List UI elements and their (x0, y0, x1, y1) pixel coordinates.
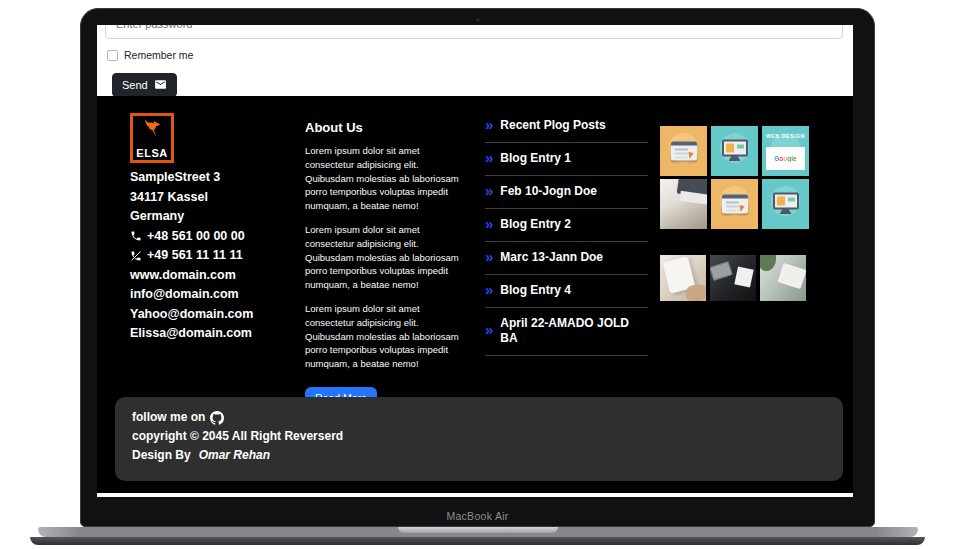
camera-icon (476, 18, 480, 22)
gallery-thumb-browser-orange[interactable] (711, 179, 758, 229)
designer-name: Omar Rehan (199, 446, 270, 465)
google-card: Google (766, 147, 805, 170)
elsa-logo[interactable]: ELSA (130, 113, 174, 163)
screen-content: Remember me Send (97, 25, 853, 497)
logo-text: ELSA (136, 147, 167, 159)
about-title: About Us (305, 120, 465, 135)
double-chevron-icon: » (485, 152, 493, 164)
gallery-thumb-dark-desk-photo[interactable] (710, 255, 756, 301)
blog-post-label: Marc 13-Jann Doe (500, 250, 603, 265)
gallery-grid: WEB DESIGN Google (660, 126, 810, 229)
remember-checkbox[interactable] (107, 50, 118, 61)
email-link[interactable]: Yahoo@domain.com (130, 305, 302, 325)
blog-post-label: Blog Entry 1 (500, 151, 571, 166)
follow-text: follow me on (132, 408, 205, 427)
blog-post-item[interactable]: » Blog Entry 4 (485, 275, 648, 308)
about-paragraph: Lorem ipsum dolor sit amet consectetur a… (305, 144, 465, 213)
email-link[interactable]: info@domain.com (130, 285, 302, 305)
monitor-icon (773, 193, 799, 210)
blog-post-item[interactable]: » Blog Entry 2 (485, 209, 648, 242)
copyright-bar: follow me on copyright © 2045 All Right … (115, 397, 843, 481)
email-link[interactable]: Elissa@domain.com (130, 324, 302, 344)
double-chevron-icon: » (485, 218, 493, 230)
blog-post-item[interactable]: » April 22-AMADO JOLD BA (485, 308, 648, 356)
gallery-thumb-web-design-card[interactable]: WEB DESIGN Google (762, 126, 809, 176)
gallery-thumb-workspace-photo[interactable] (660, 179, 707, 229)
envelope-icon (154, 78, 167, 91)
gallery-thumb-writing-photo[interactable] (660, 255, 706, 301)
recent-posts-title-label: Recent Plog Posts (500, 118, 605, 133)
web-design-label: WEB DESIGN (762, 133, 809, 139)
blog-post-label: Blog Entry 2 (500, 217, 571, 232)
phone-number: +49 561 11 11 11 (147, 246, 243, 266)
recent-posts-title: » Recent Plog Posts (485, 110, 648, 143)
double-chevron-icon: » (485, 251, 493, 263)
address-line: 34117 Kassel (130, 188, 302, 208)
gallery-photo-row (660, 255, 810, 301)
double-chevron-icon: » (485, 119, 493, 131)
gallery-thumb-plant-desk-photo[interactable] (760, 255, 806, 301)
phone-number: +48 561 00 00 00 (147, 227, 245, 247)
laptop-base (38, 527, 918, 537)
github-icon[interactable] (210, 411, 224, 425)
gallery-thumb-monitor-teal[interactable] (762, 179, 809, 229)
phone-row: +49 561 11 11 11 (130, 246, 302, 266)
blog-post-item[interactable]: » Blog Entry 1 (485, 143, 648, 176)
send-button[interactable]: Send (112, 73, 177, 97)
phone-row: +48 561 00 00 00 (130, 227, 302, 247)
google-logo: Google (774, 155, 796, 162)
blog-post-label: Blog Entry 4 (500, 283, 571, 298)
double-chevron-icon: » (485, 324, 493, 336)
address-line: SampleStreet 3 (130, 168, 302, 188)
password-input[interactable] (105, 25, 843, 39)
about-paragraph: Lorem ipsum dolor sit amet consectetur a… (305, 302, 465, 371)
remember-me-row[interactable]: Remember me (107, 49, 193, 61)
bird-icon (140, 117, 164, 147)
gallery-thumb-monitor-teal[interactable] (711, 126, 758, 176)
remember-label: Remember me (124, 49, 193, 61)
design-by-text: Design By (132, 446, 191, 465)
gallery-thumb-browser-orange[interactable] (660, 126, 707, 176)
double-chevron-icon: » (485, 284, 493, 296)
recent-posts-list: » Recent Plog Posts » Blog Entry 1 » Feb… (485, 110, 648, 356)
browser-window-icon (722, 195, 748, 214)
macbook-mockup: Remember me Send (0, 0, 955, 549)
copyright-text: copyright © 2045 All Right Reverserd (132, 427, 826, 446)
blog-post-item[interactable]: » Feb 10-Jogn Doe (485, 176, 648, 209)
browser-window-icon (671, 142, 697, 161)
contact-form-section: Remember me Send (97, 25, 853, 96)
address-line: Germany (130, 207, 302, 227)
laptop-screen-frame: Remember me Send (80, 8, 875, 527)
phone-slash-icon (130, 250, 142, 262)
base-notch (398, 527, 558, 533)
blog-post-label: April 22-AMADO JOLD BA (500, 316, 648, 346)
page-footer: ELSA SampleStreet 3 34117 Kassel Germany… (97, 96, 853, 493)
laptop-base-bottom (30, 537, 925, 545)
device-label: MacBook Air (81, 510, 874, 522)
phone-icon (130, 230, 142, 242)
website-link[interactable]: www.domain.com (130, 266, 302, 286)
about-column: About Us Lorem ipsum dolor sit amet cons… (305, 120, 465, 410)
double-chevron-icon: » (485, 185, 493, 197)
blog-post-label: Feb 10-Jogn Doe (500, 184, 597, 199)
send-label: Send (122, 79, 148, 91)
contact-column: ELSA SampleStreet 3 34117 Kassel Germany… (130, 113, 302, 344)
blog-post-item[interactable]: » Marc 13-Jann Doe (485, 242, 648, 275)
about-paragraph: Lorem ipsum dolor sit amet consectetur a… (305, 223, 465, 292)
monitor-icon (722, 140, 748, 157)
